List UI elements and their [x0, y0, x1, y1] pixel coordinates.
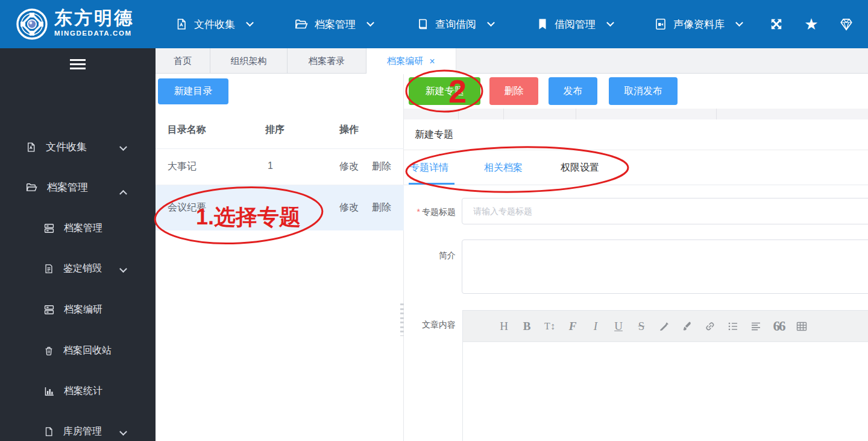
sidebar-item-label: 档案统计 — [64, 385, 102, 398]
intro-textarea[interactable] — [462, 240, 868, 294]
brand-name: 东方明德 — [54, 8, 134, 28]
menu-collapse-icon[interactable] — [70, 59, 86, 69]
nav-item-media-library[interactable]: 声像资料库 — [654, 0, 742, 48]
nav-item-label: 档案管理 — [315, 17, 356, 31]
font-size-icon[interactable]: T↕ — [542, 319, 557, 334]
row-name: 大事记 — [168, 160, 197, 173]
gem-icon[interactable] — [838, 16, 855, 33]
page-tab-bar: 首页 组织架构 档案著录 档案编研 × — [156, 48, 868, 74]
nav-item-borrow-manage[interactable]: 借阅管理 — [536, 0, 613, 48]
create-topic-button[interactable]: 新建专题 — [409, 77, 480, 105]
nav-item-archive-manage[interactable]: 档案管理 — [294, 0, 373, 48]
doc-icon — [43, 263, 54, 274]
close-icon[interactable]: × — [429, 57, 435, 66]
chevron-down-icon — [119, 265, 127, 273]
tab-archive-research[interactable]: 档案编研 × — [366, 48, 456, 74]
quote-icon[interactable]: 66 — [772, 319, 786, 334]
tab-topic-detail[interactable]: 专题详情 — [410, 162, 448, 174]
sidebar-item-label: 库房管理 — [63, 425, 102, 438]
brand-logo-icon — [16, 8, 48, 40]
top-header: 东方明德 MINGDEDATA.COM 文件收集 档案管理 查询借阅 — [0, 0, 868, 48]
sidebar-item-storeroom-manage[interactable]: 库房管理 — [43, 425, 102, 438]
document-icon — [175, 17, 188, 31]
tab-home[interactable]: 首页 — [156, 48, 210, 74]
sidebar-item-label: 档案回收站 — [63, 344, 112, 357]
sidebar-item-file-collect[interactable]: 文件收集 — [25, 140, 87, 154]
sidebar-item-recycle-bin[interactable]: 档案回收站 — [43, 344, 112, 357]
heading-icon[interactable]: H — [497, 319, 511, 334]
media-file-icon — [654, 17, 667, 31]
divider — [404, 185, 868, 185]
sidebar-item-archive-manage[interactable]: 档案管理 — [43, 222, 102, 235]
section-title: 新建专题 — [415, 128, 453, 141]
brand-text: 东方明德 MINGDEDATA.COM — [54, 8, 134, 38]
sidebar-item-archive-stats[interactable]: 档案统计 — [43, 385, 102, 398]
table-icon[interactable] — [794, 319, 809, 334]
nav-item-label: 查询借阅 — [435, 17, 476, 31]
star-icon[interactable]: ★ — [803, 16, 820, 33]
book-icon — [416, 17, 429, 31]
tab-label: 首页 — [174, 56, 192, 67]
folder-open-icon — [25, 182, 38, 193]
publish-button[interactable]: 发布 — [549, 77, 597, 105]
bold-icon[interactable]: B — [520, 319, 534, 334]
nav-item-query-borrow[interactable]: 查询借阅 — [416, 0, 494, 48]
edit-link[interactable]: 修改 — [339, 160, 359, 173]
tab-permission-set[interactable]: 权限设置 — [561, 162, 599, 174]
sidebar-item-archive-manage-group[interactable]: 档案管理 — [25, 180, 88, 194]
tab-org-structure[interactable]: 组织架构 — [210, 48, 288, 74]
new-directory-button[interactable]: 新建目录 — [158, 78, 228, 104]
file-icon — [43, 426, 54, 437]
nav-item-file-collect[interactable]: 文件收集 — [175, 0, 253, 48]
chevron-down-icon — [119, 428, 127, 436]
chevron-down-icon — [487, 19, 495, 27]
delete-link[interactable]: 删除 — [372, 201, 391, 214]
col-header-order: 排序 — [265, 124, 285, 136]
chevron-down-icon — [366, 19, 374, 27]
chevron-down-icon — [119, 143, 127, 151]
chevron-down-icon — [735, 19, 743, 27]
tab-label: 组织架构 — [231, 56, 267, 67]
edit-link[interactable]: 修改 — [339, 201, 359, 214]
font-style-icon[interactable]: F — [565, 319, 580, 334]
tab-related-archives[interactable]: 相关档案 — [484, 162, 523, 174]
bookmark-icon — [536, 17, 549, 31]
folder-open-icon — [294, 17, 309, 31]
sidebar-item-appraisal-destroy[interactable]: 鉴定销毁 — [43, 262, 102, 275]
delete-topic-button[interactable]: 删除 — [489, 77, 538, 105]
chevron-down-icon — [246, 19, 254, 27]
tab-archive-entry[interactable]: 档案著录 — [288, 48, 366, 74]
topic-panel: 新建专题 删除 发布 取消发布 新建专题 专题详情 相关档案 权限设置 *专题标… — [404, 74, 868, 441]
underline-icon[interactable]: U — [611, 319, 626, 334]
sidebar-item-label: 档案编研 — [64, 303, 102, 316]
pen-icon[interactable] — [657, 319, 671, 334]
delete-link[interactable]: 删除 — [372, 160, 391, 173]
bullet-list-icon[interactable] — [726, 319, 740, 334]
sidebar-item-archive-research[interactable]: 档案编研 — [43, 303, 102, 316]
editor-toolbar: H B T↕ F I U S — [463, 311, 868, 342]
italic-icon[interactable]: I — [588, 319, 603, 334]
tab-label: 档案著录 — [309, 56, 345, 67]
brush-icon[interactable] — [680, 319, 694, 334]
topic-title-label: *专题标题 — [404, 207, 456, 218]
intro-label: 简介 — [404, 250, 456, 261]
fullscreen-icon[interactable] — [768, 16, 785, 33]
required-mark: * — [417, 207, 420, 217]
align-icon[interactable] — [749, 319, 763, 334]
strikethrough-icon[interactable]: S — [634, 319, 649, 334]
unpublish-button[interactable]: 取消发布 — [609, 77, 678, 105]
editor-content-area[interactable] — [463, 342, 868, 441]
archive-list-icon — [43, 304, 55, 316]
topic-title-input[interactable] — [462, 198, 868, 224]
sidebar-item-label: 档案管理 — [64, 222, 102, 235]
nav-item-label: 文件收集 — [194, 17, 235, 31]
sidebar-item-label: 鉴定销毁 — [63, 262, 102, 275]
col-header-name: 目录名称 — [168, 124, 206, 136]
chevron-down-icon — [606, 19, 614, 27]
table-row-selected[interactable]: 会议纪要 修改 删除 — [156, 185, 404, 230]
row-name: 会议纪要 — [168, 201, 206, 214]
row-order: 1 — [268, 160, 273, 171]
link-icon[interactable] — [703, 319, 717, 334]
table-row[interactable]: 大事记 1 修改 删除 — [156, 149, 404, 185]
content-label: 文章内容 — [404, 320, 456, 331]
